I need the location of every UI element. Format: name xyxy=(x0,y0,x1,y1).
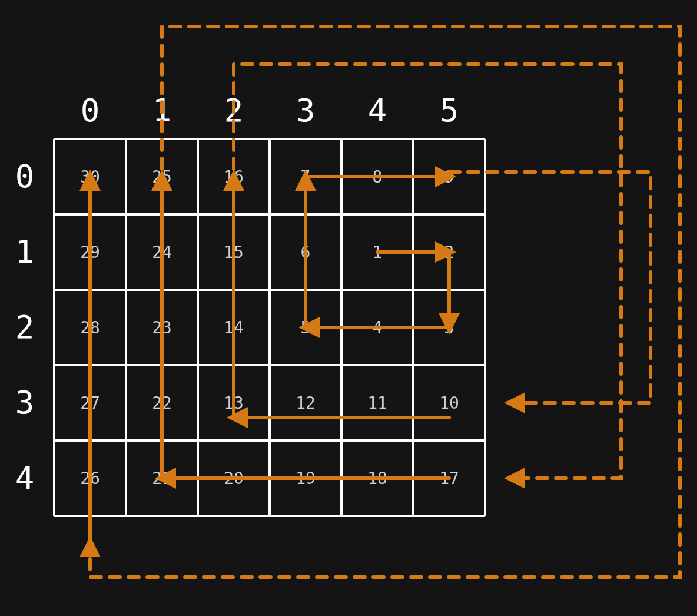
row-label: 1 xyxy=(15,233,35,270)
cell-value: 12 xyxy=(296,393,316,413)
row-label: 2 xyxy=(15,309,35,346)
row-label: 3 xyxy=(15,384,35,421)
column-label: 0 xyxy=(81,92,100,129)
row-label: 0 xyxy=(15,158,35,195)
row-label: 4 xyxy=(15,459,35,496)
column-label: 5 xyxy=(440,92,459,129)
cell-value: 11 xyxy=(367,393,387,413)
cell-value: 10 xyxy=(439,393,459,413)
column-label: 3 xyxy=(296,92,316,129)
column-label: 4 xyxy=(368,92,387,129)
diagram-grid: 01234501234 3025167892924156122823145432… xyxy=(0,0,697,616)
